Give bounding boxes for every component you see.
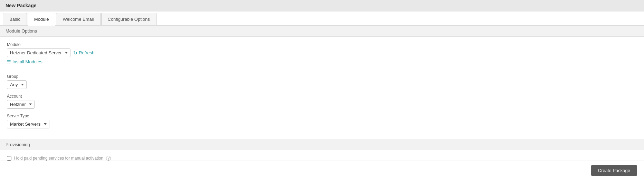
group-label: Group (7, 74, 637, 79)
page-title: New Package (6, 3, 37, 8)
module-options-header: Module Options (0, 26, 644, 37)
tab-configurable-options[interactable]: Configurable Options (101, 13, 157, 25)
account-field-group: Account Hetzner (7, 94, 637, 109)
hold-paid-label: Hold paid pending services for manual ac… (14, 156, 103, 161)
module-options-body: Module Hetzner Dedicated Server ↻ Refres… (0, 37, 644, 139)
module-row: Hetzner Dedicated Server ↻ Refresh (7, 48, 637, 57)
server-type-select[interactable]: Market Servers (7, 120, 49, 128)
module-field-group: Module Hetzner Dedicated Server ↻ Refres… (7, 42, 637, 69)
page-footer: Create Package (0, 161, 644, 180)
group-field-group: Group Any (7, 74, 637, 89)
page-wrapper: New Package Basic Module Welcome Email C… (0, 0, 644, 180)
group-select[interactable]: Any (7, 80, 27, 89)
list-icon: ☰ (7, 59, 11, 64)
hold-paid-row: Hold paid pending services for manual ac… (7, 156, 637, 161)
refresh-icon: ↻ (73, 50, 77, 56)
refresh-label: Refresh (79, 50, 95, 55)
tab-module[interactable]: Module (28, 13, 56, 26)
install-modules-link[interactable]: ☰ Install Modules (7, 59, 42, 64)
server-type-field-group: Server Type Market Servers (7, 114, 637, 128)
page-header: New Package (0, 0, 644, 11)
tab-welcome-email[interactable]: Welcome Email (56, 13, 100, 25)
module-label: Module (7, 42, 637, 47)
refresh-link[interactable]: ↻ Refresh (73, 50, 95, 56)
provisioning-header: Provisioning (0, 139, 644, 150)
module-select[interactable]: Hetzner Dedicated Server (7, 48, 70, 57)
account-select[interactable]: Hetzner (7, 100, 35, 109)
tab-basic[interactable]: Basic (3, 13, 27, 25)
create-package-button[interactable]: Create Package (591, 165, 637, 176)
tabs-bar: Basic Module Welcome Email Configurable … (0, 11, 644, 26)
hold-paid-checkbox[interactable] (7, 156, 11, 161)
help-icon[interactable]: ? (106, 156, 111, 161)
install-modules-label: Install Modules (12, 59, 42, 64)
main-content: Module Options Module Hetzner Dedicated … (0, 26, 644, 178)
account-label: Account (7, 94, 637, 99)
server-type-label: Server Type (7, 114, 637, 118)
